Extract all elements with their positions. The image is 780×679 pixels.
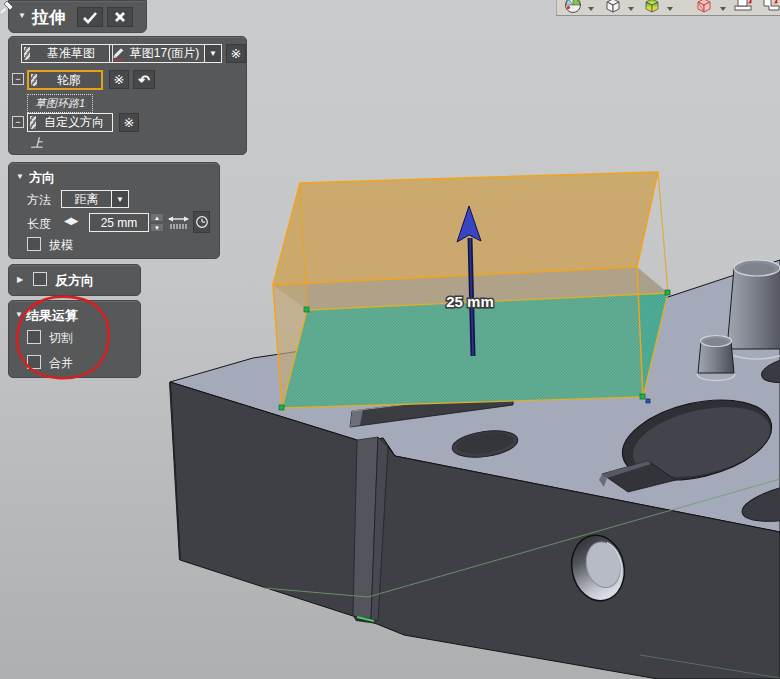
measure-icon[interactable] bbox=[168, 215, 189, 230]
custom-direction-value: 上 bbox=[31, 135, 43, 152]
model-boss-large[interactable] bbox=[726, 260, 780, 359]
close-icon bbox=[114, 11, 126, 23]
reverse-direction-checkbox[interactable] bbox=[33, 272, 47, 286]
merge-label: 合并 bbox=[49, 355, 73, 372]
delay-timer-button[interactable] bbox=[193, 211, 210, 233]
reverse-direction-title: 反方向 bbox=[55, 272, 94, 290]
length-input[interactable]: 25 mm bbox=[89, 213, 149, 232]
custom-direction-collapse-toggle[interactable]: − bbox=[12, 116, 24, 128]
dropdown-arrow[interactable] bbox=[720, 7, 726, 11]
dropdown-button[interactable]: ▼ bbox=[111, 191, 128, 207]
preview-front-face[interactable] bbox=[273, 267, 643, 408]
section-view-icon[interactable] bbox=[695, 0, 713, 14]
shaded-cube-icon[interactable] bbox=[643, 0, 661, 14]
undo-icon: ↶ bbox=[138, 72, 150, 88]
picker-icon: ※ bbox=[124, 115, 135, 130]
draft-checkbox[interactable] bbox=[27, 237, 41, 251]
dropdown-arrow[interactable] bbox=[667, 7, 673, 11]
base-sketch-button[interactable]: 基准草图 bbox=[21, 44, 113, 63]
method-value: 距离 bbox=[62, 191, 111, 208]
flip-direction-icon[interactable]: ◀▶ bbox=[64, 215, 77, 226]
extrude-length-callout: 25 mm bbox=[446, 293, 494, 310]
pin-icon[interactable] bbox=[0, 0, 16, 16]
profile-picker-button[interactable]: ※ bbox=[109, 70, 129, 89]
chevron-down-icon: ▼ bbox=[116, 195, 124, 204]
method-label: 方法 bbox=[27, 192, 51, 209]
cut-checkbox[interactable] bbox=[27, 330, 41, 344]
flip-right-glyph: ▶ bbox=[71, 215, 78, 226]
app-window: 25 mm bbox=[0, 0, 780, 679]
result-operation-title: 结果运算 bbox=[26, 307, 78, 325]
length-value: 25 mm bbox=[90, 216, 148, 230]
profile-undo-button[interactable]: ↶ bbox=[133, 70, 155, 89]
dropdown-arrow[interactable] bbox=[628, 7, 634, 11]
cut-label: 切割 bbox=[49, 330, 73, 347]
direction-panel: ▼ 方向 方法 距离 ▼ 长度 ◀▶ 25 mm ▲ ▼ bbox=[8, 162, 220, 259]
reverse-direction-panel: ▶ 反方向 bbox=[8, 264, 141, 296]
profile-label: 轮廓 bbox=[37, 72, 101, 89]
dropdown-button[interactable]: ▼ bbox=[204, 45, 221, 62]
collapse-icon[interactable]: ▼ bbox=[16, 172, 24, 181]
result-operation-panel: ▼ 结果运算 切割 合并 bbox=[8, 300, 141, 378]
method-dropdown[interactable]: 距离 ▼ bbox=[61, 190, 129, 208]
collapse-icon[interactable]: ▼ bbox=[18, 11, 26, 20]
profile-field[interactable]: 轮廓 bbox=[27, 70, 103, 90]
extrude-preview[interactable]: 25 mm bbox=[273, 172, 670, 410]
sketch-loop-item[interactable]: 草图环路1 bbox=[27, 94, 93, 113]
clock-icon bbox=[195, 215, 209, 229]
merge-checkbox[interactable] bbox=[27, 355, 41, 369]
chevron-down-icon: ▼ bbox=[209, 49, 217, 58]
minus-icon: − bbox=[15, 74, 20, 84]
normal-to-view-icon[interactable] bbox=[761, 0, 780, 14]
profile-collapse-toggle[interactable]: − bbox=[12, 73, 24, 85]
sketch-pencil-icon bbox=[112, 46, 125, 61]
sketch-value: 草图17(面片) bbox=[125, 45, 204, 62]
flip-left-glyph: ◀ bbox=[64, 215, 71, 226]
length-label: 长度 bbox=[27, 216, 51, 233]
length-spinner[interactable]: ▲ ▼ bbox=[150, 213, 164, 232]
spinner-up-button[interactable]: ▲ bbox=[150, 213, 164, 222]
dropdown-arrow[interactable] bbox=[588, 7, 594, 11]
sketch-picker-button[interactable]: ※ bbox=[226, 44, 246, 63]
spinner-down-button[interactable]: ▼ bbox=[150, 223, 164, 232]
spin-down-icon: ▼ bbox=[154, 225, 160, 231]
spin-up-icon: ▲ bbox=[154, 215, 160, 221]
picker-icon: ※ bbox=[114, 72, 125, 87]
confirm-button[interactable] bbox=[77, 7, 103, 27]
draft-label: 拔模 bbox=[49, 237, 73, 254]
wireframe-cube-icon[interactable] bbox=[604, 0, 622, 14]
dialog-title: 拉伸 bbox=[32, 6, 66, 29]
custom-direction-label: 自定义方向 bbox=[36, 114, 112, 131]
view-style-sphere-icon[interactable] bbox=[564, 0, 582, 14]
minus-icon: − bbox=[15, 117, 20, 127]
align-view-icon[interactable] bbox=[733, 0, 755, 14]
sketch-select-dropdown[interactable]: 草图17(面片) ▼ bbox=[109, 44, 222, 63]
custom-direction-picker-button[interactable]: ※ bbox=[119, 113, 139, 132]
extrude-dialog-header: ▼ 拉伸 bbox=[8, 0, 147, 33]
picker-icon: ※ bbox=[231, 46, 242, 61]
custom-direction-field[interactable]: 自定义方向 bbox=[27, 113, 113, 132]
base-sketch-label: 基准草图 bbox=[30, 45, 112, 62]
expand-icon[interactable]: ▶ bbox=[17, 275, 23, 284]
sketch-section-panel: 基准草图 草图17(面片) ▼ ※ − 轮廓 ※ bbox=[8, 36, 247, 155]
cancel-button[interactable] bbox=[107, 7, 133, 27]
collapse-icon[interactable]: ▼ bbox=[15, 310, 23, 319]
check-icon bbox=[82, 11, 98, 24]
direction-title: 方向 bbox=[29, 169, 55, 187]
view-toolbar bbox=[556, 0, 780, 16]
